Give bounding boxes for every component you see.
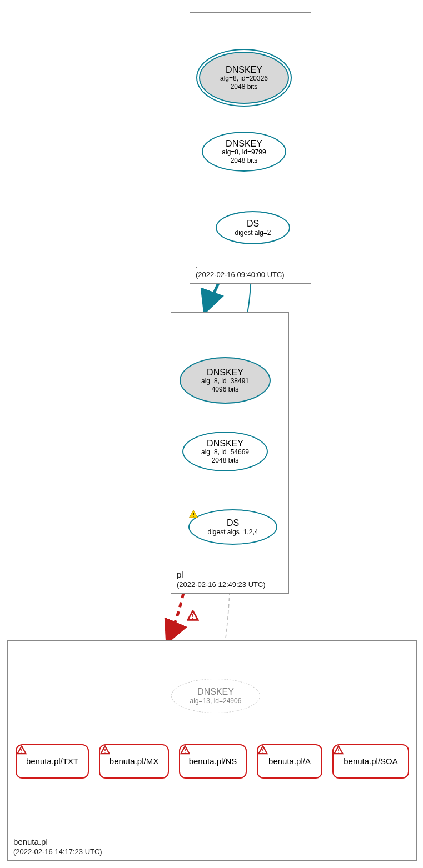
svg-rect-5 — [21, 752, 22, 753]
zone-pl-name: pl — [177, 570, 183, 579]
svg-rect-13 — [338, 752, 339, 753]
error-red-icon — [258, 745, 268, 755]
rr-soa: benuta.pl/SOA — [332, 744, 409, 779]
pl-ds-node: DS digest algs=1,2,4 — [188, 509, 277, 545]
svg-rect-1 — [193, 516, 194, 517]
svg-rect-12 — [338, 749, 339, 751]
dnssec-graph: . (2022-02-16 09:40:00 UTC) DNSKEY alg=8… — [0, 0, 423, 868]
warning-yellow-icon — [188, 509, 198, 519]
svg-rect-4 — [21, 749, 22, 751]
root-ksk-title: DNSKEY — [226, 65, 262, 75]
root-zsk-title: DNSKEY — [226, 139, 262, 149]
root-ds-title: DS — [247, 219, 259, 229]
rr-ns-label: benuta.pl/NS — [189, 757, 237, 766]
zone-benuta-timestamp: (2022-02-16 14:17:23 UTC) — [13, 847, 102, 856]
svg-rect-6 — [104, 749, 106, 751]
rr-a: benuta.pl/A — [257, 744, 322, 779]
zone-benuta-name: benuta.pl — [13, 837, 48, 846]
pl-ksk-sub2: 4096 bits — [212, 385, 239, 393]
rr-txt: benuta.pl/TXT — [16, 744, 89, 779]
benuta-dnskey-node: DNSKEY alg=13, id=24906 — [171, 679, 260, 713]
rr-mx-label: benuta.pl/MX — [110, 757, 158, 766]
pl-zsk-sub1: alg=8, id=54669 — [201, 448, 249, 456]
root-ksk-sub2: 2048 bits — [231, 83, 258, 91]
benuta-dnskey-sub1: alg=13, id=24906 — [190, 697, 242, 705]
pl-ksk-sub1: alg=8, id=38491 — [201, 377, 249, 385]
zone-pl-timestamp: (2022-02-16 12:49:23 UTC) — [177, 580, 266, 589]
svg-rect-7 — [104, 752, 106, 753]
benuta-dnskey-title: DNSKEY — [197, 687, 234, 697]
error-red-icon — [180, 745, 190, 755]
root-ds-node: DS digest alg=2 — [216, 211, 290, 244]
pl-zsk-node: DNSKEY alg=8, id=54669 2048 bits — [182, 432, 268, 471]
pl-ksk-node: DNSKEY alg=8, id=38491 4096 bits — [180, 357, 271, 404]
zone-root-name: . — [196, 260, 198, 269]
pl-ds-title: DS — [227, 518, 239, 528]
pl-ds-sub1: digest algs=1,2,4 — [207, 528, 258, 536]
pl-zsk-sub2: 2048 bits — [212, 456, 239, 464]
root-zsk-node: DNSKEY alg=8, id=9799 2048 bits — [202, 132, 286, 172]
root-zsk-sub2: 2048 bits — [231, 157, 258, 164]
root-ds-sub1: digest alg=2 — [235, 229, 271, 237]
svg-rect-3 — [192, 618, 193, 619]
root-ksk-node: DNSKEY alg=8, id=20326 2048 bits — [199, 52, 289, 104]
root-ksk-sub1: alg=8, id=20326 — [220, 74, 268, 82]
pl-zsk-title: DNSKEY — [207, 439, 243, 449]
error-red-icon — [17, 745, 27, 755]
zone-root-timestamp: (2022-02-16 09:40:00 UTC) — [196, 270, 285, 279]
svg-rect-9 — [185, 752, 186, 753]
svg-rect-8 — [185, 749, 186, 751]
rr-a-label: benuta.pl/A — [268, 757, 311, 766]
svg-rect-10 — [262, 749, 263, 751]
root-zsk-sub1: alg=8, id=9799 — [222, 148, 266, 156]
error-red-icon — [100, 745, 110, 755]
error-red-icon — [334, 745, 344, 755]
pl-ksk-title: DNSKEY — [207, 368, 243, 378]
zone-root-label: . (2022-02-16 09:40:00 UTC) — [196, 260, 285, 279]
error-red-icon — [187, 610, 199, 622]
rr-soa-label: benuta.pl/SOA — [344, 757, 398, 766]
zone-pl-label: pl (2022-02-16 12:49:23 UTC) — [177, 570, 266, 589]
rr-ns: benuta.pl/NS — [179, 744, 247, 779]
svg-rect-11 — [262, 752, 263, 753]
rr-mx: benuta.pl/MX — [99, 744, 169, 779]
zone-benuta-label: benuta.pl (2022-02-16 14:17:23 UTC) — [13, 837, 102, 856]
rr-txt-label: benuta.pl/TXT — [26, 757, 78, 766]
svg-rect-0 — [193, 513, 194, 515]
svg-rect-2 — [192, 614, 193, 617]
